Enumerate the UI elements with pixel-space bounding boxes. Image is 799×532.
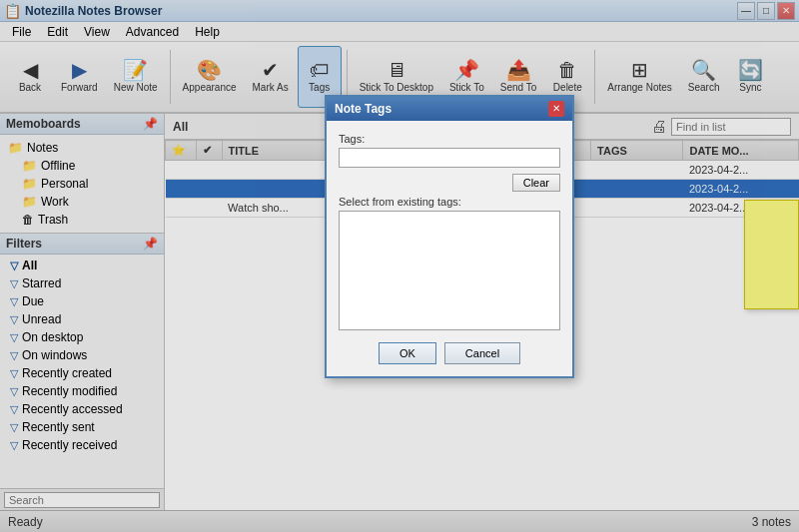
ok-button[interactable]: OK [379, 342, 436, 364]
note-tags-dialog: Note Tags ✕ Tags: Clear Select from exis… [325, 95, 574, 378]
dialog-content: Tags: Clear Select from existing tags: O… [327, 121, 572, 376]
dialog-close-button[interactable]: ✕ [548, 101, 564, 117]
cancel-button[interactable]: Cancel [444, 342, 520, 364]
existing-tags-label: Select from existing tags: [339, 196, 560, 208]
dialog-title-bar: Note Tags ✕ [327, 97, 572, 121]
clear-button[interactable]: Clear [512, 174, 560, 192]
dialog-overlay: Note Tags ✕ Tags: Clear Select from exis… [0, 0, 799, 532]
existing-tags-listbox[interactable] [339, 211, 560, 330]
dialog-buttons: OK Cancel [339, 342, 560, 364]
dialog-title: Note Tags [335, 102, 392, 116]
tags-input[interactable] [339, 148, 560, 168]
tags-label: Tags: [339, 133, 560, 145]
